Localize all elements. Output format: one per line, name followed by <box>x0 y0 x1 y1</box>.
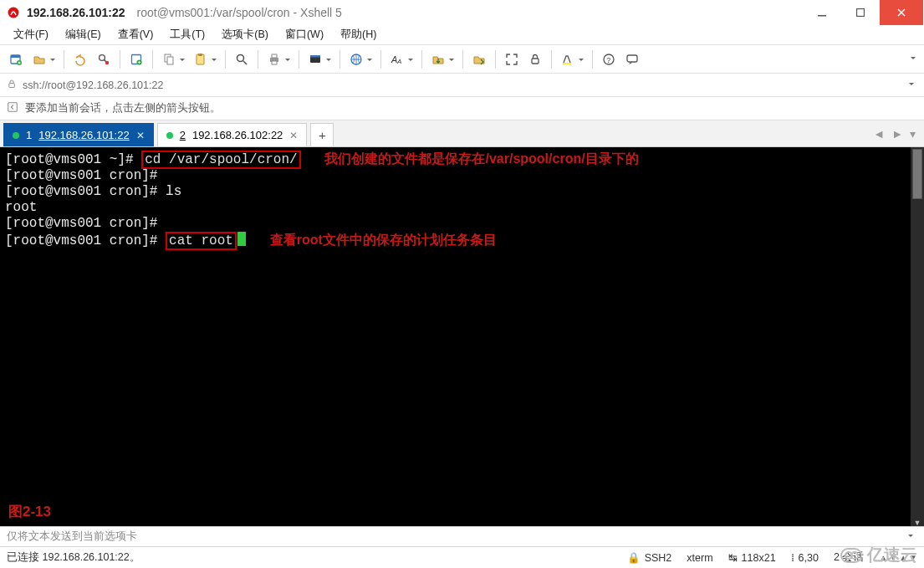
chevron-down-icon[interactable]: ▼ <box>909 553 917 562</box>
vertical-scrollbar[interactable] <box>911 147 924 526</box>
tab-prev-button[interactable]: ◄ <box>873 127 885 141</box>
properties-button[interactable] <box>125 49 147 70</box>
menu-view[interactable]: 查看(V) <box>111 26 161 43</box>
font-button[interactable]: AA <box>386 49 416 70</box>
copy-button[interactable] <box>158 49 188 70</box>
svg-rect-27 <box>627 55 637 62</box>
status-protocol: 🔒 SSH2 <box>627 551 672 564</box>
title-bar: 192.168.26.101:22 root@vms001:/var/spool… <box>0 0 924 25</box>
find-button[interactable] <box>231 49 253 70</box>
status-cursor-pos: ⁞ 6,30 <box>791 551 819 564</box>
pos-icon: ⁞ <box>791 551 794 564</box>
svg-rect-28 <box>9 83 15 87</box>
toolbar: AA ? <box>0 45 924 74</box>
lock-button[interactable] <box>524 49 546 70</box>
svg-rect-4 <box>11 55 20 58</box>
encoding-button[interactable] <box>345 49 375 70</box>
terminal-line: [root@vms001 ~]# <box>5 152 141 167</box>
tab-index: 1 <box>26 129 32 141</box>
send-to-dropdown[interactable] <box>906 530 917 544</box>
session-tab-2[interactable]: 2 192.168.26.102:22 ✕ <box>157 123 308 146</box>
tab-label: 192.168.26.102:22 <box>192 129 283 141</box>
tab-close-icon[interactable]: ✕ <box>289 130 298 141</box>
svg-rect-23 <box>532 59 539 64</box>
scrollbar-thumb[interactable] <box>912 149 922 199</box>
maximize-button[interactable] <box>841 0 880 25</box>
terminal-line: [root@vms001 cron]# <box>5 233 166 248</box>
terminal-line: [root@vms001 cron]# <box>5 216 157 231</box>
highlight-button[interactable] <box>557 49 587 70</box>
menu-file[interactable]: 文件(F) <box>7 26 55 43</box>
status-dot-icon <box>166 132 173 139</box>
menu-window[interactable]: 窗口(W) <box>278 26 330 43</box>
chevron-up-icon[interactable]: ▲ <box>879 553 887 562</box>
toolbar-sep <box>380 50 381 69</box>
cursor <box>237 232 246 246</box>
address-url[interactable]: ssh://root@192.168.26.101:22 <box>23 79 901 91</box>
tab-next-button[interactable]: ► <box>891 127 903 141</box>
disconnect-button[interactable] <box>93 49 115 70</box>
terminal[interactable]: [root@vms001 ~]# cd /var/spool/cron/ 我们创… <box>0 147 911 526</box>
menu-help[interactable]: 帮助(H) <box>334 26 383 43</box>
status-protocol-text: SSH2 <box>645 552 672 564</box>
lock-icon: 🔒 <box>627 551 641 564</box>
tab-index: 2 <box>180 129 186 141</box>
toolbar-sep <box>495 50 496 69</box>
menu-edit[interactable]: 编辑(E) <box>59 26 108 43</box>
toolbar-sep <box>225 50 226 69</box>
tab-list-button[interactable]: ▾ <box>910 127 916 141</box>
hint-bar: 要添加当前会话，点击左侧的箭头按钮。 <box>0 97 924 120</box>
new-session-button[interactable] <box>5 49 27 70</box>
status-dot-icon <box>13 132 19 139</box>
chevron-up-icon[interactable]: ▲ <box>899 553 907 562</box>
add-tab-button[interactable]: + <box>310 123 334 146</box>
compose-bar-button[interactable] <box>621 49 643 70</box>
toolbar-sep <box>421 50 422 69</box>
color-scheme-button[interactable] <box>304 49 334 70</box>
svg-rect-17 <box>272 61 277 64</box>
paste-button[interactable] <box>190 49 220 70</box>
tab-close-icon[interactable]: ✕ <box>136 130 145 141</box>
new-file-transfer-button[interactable] <box>468 49 490 70</box>
tab-label: 192.168.26.101:22 <box>38 129 129 141</box>
close-button[interactable] <box>880 0 923 25</box>
svg-rect-24 <box>563 63 571 64</box>
open-session-button[interactable] <box>28 49 59 70</box>
send-to-label[interactable]: 仅将文本发送到当前选项卡 <box>7 530 137 544</box>
title-ip: 192.168.26.101:22 <box>27 6 125 19</box>
toolbar-sep <box>120 50 120 69</box>
status-size-text: 118x21 <box>742 552 776 564</box>
svg-rect-2 <box>857 8 865 16</box>
print-button[interactable] <box>263 49 294 70</box>
hint-icon[interactable] <box>7 101 18 115</box>
menu-tools[interactable]: 工具(T) <box>163 26 212 43</box>
status-arrows[interactable]: ▲ ▼ ▲ ▼ <box>879 553 917 562</box>
minimize-button[interactable] <box>803 0 841 25</box>
figure-label: 图2-13 <box>8 504 51 519</box>
svg-rect-16 <box>272 54 277 58</box>
address-dropdown[interactable] <box>906 78 917 93</box>
address-bar: ssh://root@192.168.26.101:22 <box>0 74 924 97</box>
size-icon: ↹ <box>728 551 738 564</box>
svg-text:A: A <box>396 58 401 65</box>
hint-text: 要添加当前会话，点击左侧的箭头按钮。 <box>25 101 221 115</box>
svg-text:?: ? <box>606 55 610 64</box>
menu-tabs[interactable]: 选项卡(B) <box>215 26 275 43</box>
toolbar-sep <box>258 50 258 69</box>
chevron-down-icon[interactable]: ▼ <box>889 553 897 562</box>
fullscreen-button[interactable] <box>501 49 523 70</box>
session-tab-1[interactable]: 1 192.168.26.101:22 ✕ <box>3 123 154 146</box>
svg-point-6 <box>100 54 105 60</box>
window-controls <box>803 0 923 25</box>
tab-nav: ◄ ► ▾ <box>868 120 921 146</box>
transfer-button[interactable] <box>427 49 457 70</box>
svg-point-0 <box>8 7 19 18</box>
toolbar-overflow[interactable] <box>907 49 919 70</box>
toolbar-sep <box>64 50 64 69</box>
help-button[interactable]: ? <box>598 49 620 70</box>
toolbar-sep <box>152 50 153 69</box>
svg-rect-1 <box>818 15 826 17</box>
reconnect-button[interactable] <box>69 49 91 70</box>
menu-bar: 文件(F) 编辑(E) 查看(V) 工具(T) 选项卡(B) 窗口(W) 帮助(… <box>0 25 924 45</box>
status-sessions: 2 会话 <box>834 550 864 565</box>
